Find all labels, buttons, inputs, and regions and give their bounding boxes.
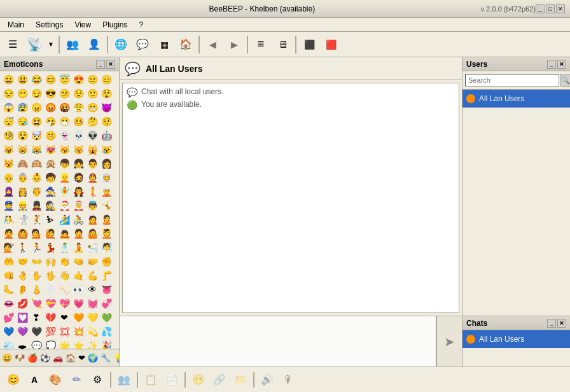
emoji-tab-button[interactable]: 💡 <box>113 351 119 365</box>
emoji-cell[interactable]: 🤧 <box>43 115 57 129</box>
emoji-cell[interactable]: ✋ <box>29 269 43 283</box>
emoji-cell[interactable]: 💯 <box>43 325 57 339</box>
emoji-cell[interactable]: 🏄 <box>57 213 71 227</box>
emoji-cell[interactable]: 💭 <box>43 339 57 349</box>
emoji-cell[interactable]: 💂 <box>29 199 43 213</box>
emoji-cell[interactable]: 🤯 <box>29 129 43 143</box>
folder-btn[interactable]: 📁 <box>231 370 250 389</box>
share-btn[interactable]: 🔗 <box>210 370 229 389</box>
emoji-cell[interactable]: 😡 <box>43 101 57 115</box>
emoji-cell[interactable]: 💃 <box>43 241 57 255</box>
users-btn[interactable]: 👥 <box>62 34 83 55</box>
emoji-cell[interactable]: ❣ <box>29 311 43 325</box>
emoticons-minimize-btn[interactable]: _ <box>96 60 105 69</box>
emoji-cell[interactable]: 👮 <box>1 199 15 213</box>
emoji-cell[interactable]: 💇 <box>1 241 15 255</box>
emoji-cell[interactable]: 🙇 <box>57 227 71 241</box>
emoji-cell[interactable]: 👦 <box>57 157 71 171</box>
emoji-cell[interactable]: 😽 <box>71 143 85 157</box>
emoji-cell[interactable]: 🤝 <box>15 255 29 269</box>
emoji-cell[interactable]: 💓 <box>85 297 99 311</box>
emoji-cell[interactable]: 💚 <box>99 311 113 325</box>
emoji-cell[interactable]: 👐 <box>29 255 43 269</box>
emoticons-close-btn[interactable]: ✕ <box>106 60 115 69</box>
emoji-cell[interactable]: 🧙 <box>43 185 57 199</box>
emoji-cell[interactable]: 🙉 <box>29 157 43 171</box>
users-minimize-btn[interactable]: _ <box>547 60 556 69</box>
emoji-cell[interactable]: 🧚 <box>57 185 71 199</box>
emoji-cell[interactable]: 💨 <box>1 339 15 349</box>
emoji-tab-button[interactable]: 🐶 <box>14 351 25 365</box>
emoji-cell[interactable]: 👴 <box>1 171 15 185</box>
back-btn[interactable]: ◀ <box>202 34 223 55</box>
emoji-cell[interactable]: 🧝 <box>99 185 113 199</box>
emoji-cell[interactable]: 🦴 <box>57 283 71 297</box>
menu-icon-btn[interactable]: ☰ <box>3 34 23 55</box>
grid-btn[interactable]: ▦ <box>154 34 174 55</box>
emoji-cell[interactable]: 🤴 <box>29 185 43 199</box>
search-button[interactable]: 🔍 <box>560 74 570 87</box>
emoji-cell[interactable]: 😬 <box>85 101 99 115</box>
emoji-cell[interactable]: 👵 <box>15 171 29 185</box>
emoji-cell[interactable]: 🧘 <box>71 241 85 255</box>
emoji-cell[interactable]: 🛀 <box>85 241 99 255</box>
emoji-cell[interactable]: 🤜 <box>71 255 85 269</box>
emoji-cell[interactable]: 💕 <box>1 311 15 325</box>
emoji-cell[interactable]: 😒 <box>1 87 15 101</box>
emoji-cell[interactable]: 🧡 <box>71 311 85 325</box>
emoji-cell[interactable]: 👸 <box>15 185 29 199</box>
emoji-cell[interactable]: 🙁 <box>85 87 99 101</box>
emoji-tab-button[interactable]: 🌍 <box>87 351 99 365</box>
emoji-bottom-btn[interactable]: 😊 <box>4 370 23 389</box>
emoji-cell[interactable]: 🧒 <box>43 171 57 185</box>
emoji-cell[interactable]: 🏃 <box>29 241 43 255</box>
emoji-cell[interactable]: 😕 <box>57 87 71 101</box>
emoji-cell[interactable]: 🧕 <box>1 185 15 199</box>
emoji-cell[interactable]: 👧 <box>71 157 85 171</box>
emoji-cell[interactable]: 👋 <box>57 269 71 283</box>
emoji-cell[interactable]: ✨ <box>85 339 99 349</box>
emoji-cell[interactable]: 👅 <box>99 283 113 297</box>
emoji-cell[interactable]: 😂 <box>29 73 43 87</box>
emoji-cell[interactable]: 🤖 <box>99 129 113 143</box>
menu-plugins[interactable]: Plugins <box>97 19 132 31</box>
emoji-cell[interactable]: 💟 <box>15 311 29 325</box>
home-btn[interactable]: 🏠 <box>176 34 196 55</box>
emoji-cell[interactable]: 🤬 <box>57 101 71 115</box>
emoji-cell[interactable]: 💪 <box>85 269 99 283</box>
emoji-cell[interactable]: 😲 <box>99 87 113 101</box>
emoji-cell[interactable]: 💔 <box>43 311 57 325</box>
emoji-cell[interactable]: 💋 <box>15 297 29 311</box>
voice-btn[interactable]: 🔊 <box>258 370 277 389</box>
emoji-cell[interactable]: 🧐 <box>1 129 15 143</box>
emoji-cell[interactable]: 😐 <box>85 73 99 87</box>
menu-view[interactable]: View <box>69 19 96 31</box>
emoji-cell[interactable]: 💞 <box>99 297 113 311</box>
emoji-cell[interactable]: 😸 <box>15 143 29 157</box>
emoji-cell[interactable]: 🙋 <box>43 227 57 241</box>
emoji-cell[interactable]: 💗 <box>71 297 85 311</box>
settings-bottom-btn[interactable]: ⚙ <box>88 370 107 389</box>
emoji-cell[interactable]: ❤ <box>57 311 71 325</box>
screen-btn[interactable]: 🖥 <box>272 34 293 55</box>
network2-btn[interactable]: 🌐 <box>111 34 131 55</box>
emoji-cell[interactable]: 😫 <box>29 115 43 129</box>
emoji-cell[interactable]: 😻 <box>43 143 57 157</box>
emoji-cell[interactable]: 🕺 <box>57 241 71 255</box>
user-add-btn[interactable]: 👤 <box>84 34 104 55</box>
emoji-tab-button[interactable]: 🚗 <box>52 351 64 365</box>
maximize-button[interactable]: □ <box>546 4 555 13</box>
emoji-cell[interactable]: 😀 <box>1 73 15 87</box>
font-btn[interactable]: A <box>25 370 44 389</box>
emoji-cell[interactable]: 🚶 <box>15 241 29 255</box>
emoji-cell[interactable]: 🙈 <box>15 157 29 171</box>
emoji-cell[interactable]: 🕵 <box>43 199 57 213</box>
emoji-cell[interactable]: 👀 <box>71 283 85 297</box>
puzzle-btn[interactable]: ⬛ <box>299 34 319 55</box>
search-input[interactable] <box>465 74 559 87</box>
emoji-cell[interactable]: 😟 <box>71 87 85 101</box>
menu-main[interactable]: Main <box>3 19 29 31</box>
emoji-tab-button[interactable]: 🏠 <box>65 351 76 365</box>
emoji-cell[interactable]: 🤚 <box>15 269 29 283</box>
emoji-cell[interactable]: 💜 <box>15 325 29 339</box>
